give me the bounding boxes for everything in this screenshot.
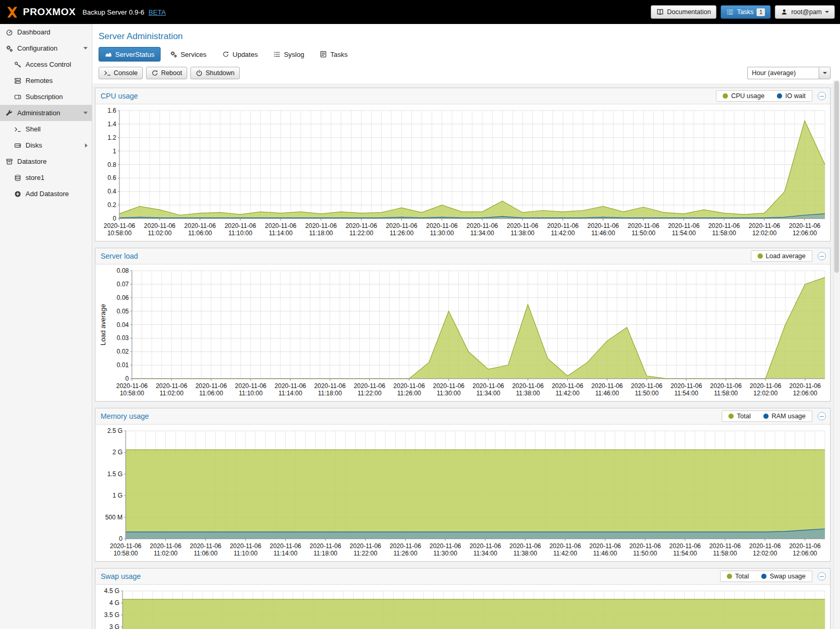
legend-dot-blue bbox=[763, 414, 769, 419]
documentation-button[interactable]: Documentation bbox=[651, 5, 716, 19]
proxmox-logo: PROXMOX bbox=[5, 5, 76, 19]
documentation-label: Documentation bbox=[667, 8, 711, 16]
cpu-usage-chart: 00.20.40.60.811.21.41.62020-11-0610:58:0… bbox=[99, 106, 827, 240]
collapse-icon[interactable] bbox=[818, 572, 826, 580]
chart-legend: Total Swap usage bbox=[720, 571, 812, 582]
svg-text:11:06:00: 11:06:00 bbox=[188, 229, 212, 237]
plus-circle-icon bbox=[14, 190, 22, 198]
tab-tasks[interactable]: Tasks bbox=[313, 47, 354, 62]
svg-text:11:42:00: 11:42:00 bbox=[555, 390, 579, 397]
sidebar-item-add-datastore[interactable]: Add Datastore bbox=[0, 186, 92, 202]
chart-area: 00.20.40.60.811.21.41.62020-11-0610:58:0… bbox=[95, 104, 830, 241]
sidebar-item-store1[interactable]: store1 bbox=[0, 170, 92, 186]
ticket-icon bbox=[14, 93, 22, 101]
svg-text:11:38:00: 11:38:00 bbox=[513, 550, 537, 557]
beta-link[interactable]: BETA bbox=[149, 8, 166, 16]
svg-text:10:58:00: 10:58:00 bbox=[120, 390, 144, 397]
svg-text:11:18:00: 11:18:00 bbox=[313, 550, 337, 557]
svg-text:4 G: 4 G bbox=[109, 599, 119, 607]
sidebar-item-shell[interactable]: Shell bbox=[0, 121, 92, 137]
legend-item[interactable]: IO wait bbox=[777, 92, 806, 100]
sidebar-item-datastore[interactable]: Datastore bbox=[0, 153, 92, 170]
svg-text:2020-11-06: 2020-11-06 bbox=[631, 382, 663, 390]
caret-down-icon bbox=[823, 72, 827, 76]
combo-trigger[interactable] bbox=[819, 67, 830, 79]
tab-serverstatus[interactable]: ServerStatus bbox=[99, 47, 161, 62]
sidebar-item-remotes[interactable]: Remotes bbox=[0, 72, 92, 89]
sidebar-item-access-control[interactable]: Access Control bbox=[0, 56, 92, 72]
expander-right-icon[interactable] bbox=[85, 143, 88, 148]
gears-icon bbox=[5, 45, 14, 52]
svg-text:2020-11-06: 2020-11-06 bbox=[509, 542, 541, 550]
user-menu-button[interactable]: root@pam bbox=[775, 5, 835, 19]
sidebar-item-administration[interactable]: Administration bbox=[0, 105, 92, 121]
svg-text:1.5 G: 1.5 G bbox=[107, 470, 123, 478]
tab-updates[interactable]: Updates bbox=[216, 47, 264, 62]
svg-text:11:22:00: 11:22:00 bbox=[354, 550, 378, 557]
svg-text:2020-11-06: 2020-11-06 bbox=[789, 222, 821, 229]
tab-bar: ServerStatus Services Updates Syslog Tas… bbox=[99, 47, 840, 62]
tab-services[interactable]: Services bbox=[164, 47, 213, 62]
key-icon bbox=[14, 61, 22, 68]
tasks-icon bbox=[320, 51, 327, 58]
svg-text:2020-11-06: 2020-11-06 bbox=[150, 542, 181, 550]
list-icon bbox=[273, 51, 281, 58]
svg-text:2020-11-06: 2020-11-06 bbox=[669, 542, 701, 550]
scrollbar-thumb[interactable] bbox=[834, 81, 839, 273]
chart-area: 00.010.020.030.040.050.060.070.082020-11… bbox=[95, 264, 830, 401]
svg-text:11:26:00: 11:26:00 bbox=[393, 550, 417, 557]
page-title: Server Administration bbox=[99, 31, 840, 42]
svg-text:2020-11-06: 2020-11-06 bbox=[156, 382, 188, 390]
svg-text:2020-11-06: 2020-11-06 bbox=[588, 222, 619, 229]
tab-syslog[interactable]: Syslog bbox=[267, 47, 310, 62]
sidebar-item-disks[interactable]: Disks bbox=[0, 137, 92, 153]
sidebar-item-dashboard[interactable]: Dashboard bbox=[0, 24, 92, 40]
svg-text:11:14:00: 11:14:00 bbox=[278, 390, 302, 397]
server-load-chart: 00.010.020.030.040.050.060.070.082020-11… bbox=[99, 267, 827, 400]
svg-text:11:54:00: 11:54:00 bbox=[672, 229, 696, 237]
vertical-scrollbar[interactable] bbox=[833, 80, 839, 628]
legend-item[interactable]: Swap usage bbox=[761, 573, 806, 580]
timeframe-select[interactable]: Hour (average) bbox=[747, 67, 831, 79]
tasks-button[interactable]: Tasks 1 bbox=[721, 5, 771, 19]
expander-down-icon[interactable] bbox=[83, 47, 88, 50]
svg-text:3 G: 3 G bbox=[109, 623, 119, 629]
svg-text:11:38:00: 11:38:00 bbox=[510, 229, 534, 237]
svg-text:2020-11-06: 2020-11-06 bbox=[354, 382, 385, 390]
svg-text:11:50:00: 11:50:00 bbox=[633, 550, 657, 557]
sidebar-item-subscription[interactable]: Subscription bbox=[0, 89, 92, 105]
database-icon bbox=[14, 174, 22, 182]
svg-text:2020-11-06: 2020-11-06 bbox=[749, 542, 781, 550]
reboot-button[interactable]: Reboot bbox=[146, 67, 187, 79]
legend-item[interactable]: CPU usage bbox=[723, 92, 764, 100]
sidebar-item-configuration[interactable]: Configuration bbox=[0, 40, 92, 56]
chart-legend: Total RAM usage bbox=[722, 410, 812, 422]
legend-item[interactable]: RAM usage bbox=[763, 413, 806, 420]
collapse-icon[interactable] bbox=[818, 412, 826, 420]
legend-item[interactable]: Total bbox=[727, 573, 749, 580]
expander-down-icon[interactable] bbox=[83, 112, 88, 114]
collapse-icon[interactable] bbox=[818, 252, 826, 260]
svg-text:2020-11-06: 2020-11-06 bbox=[196, 382, 227, 390]
svg-text:11:54:00: 11:54:00 bbox=[674, 390, 698, 397]
legend-item[interactable]: Load average bbox=[758, 252, 806, 260]
svg-text:2020-11-06: 2020-11-06 bbox=[789, 382, 821, 390]
svg-text:12:02:00: 12:02:00 bbox=[753, 550, 777, 557]
console-button[interactable]: Console bbox=[99, 67, 143, 79]
svg-text:0.06: 0.06 bbox=[117, 294, 129, 301]
svg-text:3.5 G: 3.5 G bbox=[104, 611, 119, 619]
panel-title: Server load bbox=[101, 252, 138, 260]
svg-text:11:50:00: 11:50:00 bbox=[635, 390, 659, 397]
chart-area: 0500 M1 G1.5 G2 G2.5 G3 G3.5 G4 G4.5 G20… bbox=[95, 585, 830, 629]
svg-text:11:30:00: 11:30:00 bbox=[437, 390, 461, 397]
dashboard-icon bbox=[5, 29, 14, 36]
collapse-icon[interactable] bbox=[818, 92, 826, 100]
svg-text:2020-11-06: 2020-11-06 bbox=[116, 382, 148, 390]
area-chart-icon bbox=[105, 51, 112, 58]
legend-item[interactable]: Total bbox=[728, 413, 750, 420]
svg-text:2020-11-06: 2020-11-06 bbox=[230, 542, 262, 550]
swap-usage-chart: 0500 M1 G1.5 G2 G2.5 G3 G3.5 G4 G4.5 G20… bbox=[99, 587, 827, 629]
timeframe-value: Hour (average) bbox=[748, 67, 819, 79]
svg-text:2020-11-06: 2020-11-06 bbox=[749, 222, 781, 229]
shutdown-button[interactable]: Shutdown bbox=[190, 67, 240, 79]
